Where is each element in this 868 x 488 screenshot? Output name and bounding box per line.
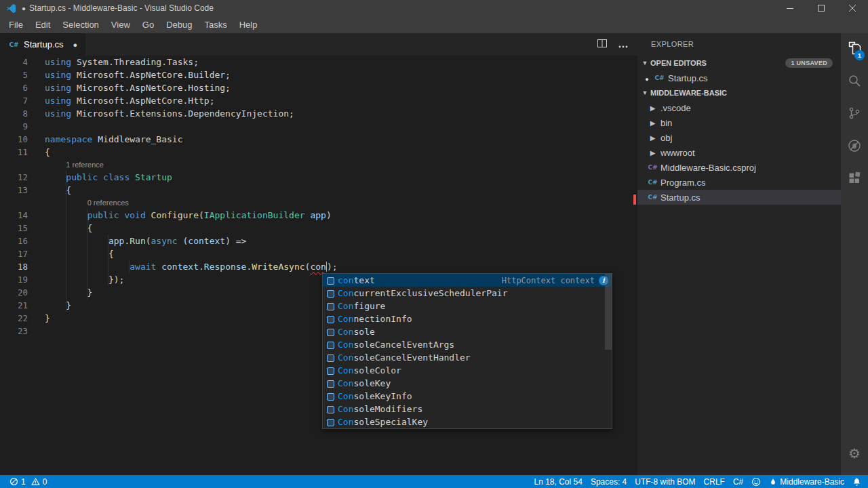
- status-language-mode-label: C#: [733, 477, 743, 487]
- maximize-button[interactable]: [806, 0, 837, 16]
- suggestion-consolespecialkey[interactable]: ConsoleSpecialKey: [323, 415, 612, 428]
- suggestion-console[interactable]: Console: [323, 325, 612, 338]
- menu-debug[interactable]: Debug: [160, 16, 198, 33]
- menu-edit[interactable]: Edit: [29, 16, 56, 33]
- suggestion-configure[interactable]: Configure: [323, 300, 612, 312]
- status-project-selector[interactable]: Middleware-Basic: [765, 475, 848, 488]
- code-text: {: [45, 184, 71, 197]
- tree-item-middleware-basic-csproj[interactable]: Middleware-Basic.csproj: [637, 160, 841, 175]
- status-feedback[interactable]: [747, 475, 765, 488]
- status-cursor-position-label: Ln 18, Col 54: [534, 477, 583, 487]
- code-line: 4using System.Threading.Tasks;: [0, 56, 637, 68]
- delegate-symbol-icon: [325, 352, 336, 363]
- split-editor-icon[interactable]: [597, 39, 608, 51]
- enum-symbol-icon: [325, 365, 336, 376]
- code-editor[interactable]: 4using System.Threading.Tasks;5using Mic…: [0, 56, 637, 475]
- code-line: 6using Microsoft.AspNetCore.Hosting;: [0, 81, 637, 94]
- menu-tasks[interactable]: Tasks: [198, 16, 233, 33]
- indent-guide: [108, 235, 108, 286]
- codelens-link[interactable]: 0 references: [87, 197, 129, 209]
- code-text: });: [45, 273, 124, 286]
- status-indentation[interactable]: Spaces: 4: [587, 475, 631, 488]
- project-folder-header[interactable]: MIDDLEWARE-BASIC: [637, 85, 841, 100]
- suggestion-context[interactable]: contextHttpContext context: [323, 274, 612, 287]
- activity-explorer[interactable]: 1: [841, 33, 868, 66]
- line-number: 9: [0, 120, 28, 133]
- tree-item--vscode[interactable]: .vscode: [637, 100, 841, 115]
- struct-symbol-icon: [325, 391, 336, 402]
- menu-file[interactable]: File: [3, 16, 29, 33]
- line-number: 7: [0, 94, 28, 107]
- status-notifications[interactable]: [848, 475, 865, 488]
- suggestion-match: Con: [338, 404, 353, 414]
- minimize-button[interactable]: [774, 0, 806, 16]
- file-tree: .vscodebinobjwwwrootMiddleware-Basic.csp…: [637, 100, 841, 205]
- problems-indicator[interactable]: 1 0: [5, 475, 51, 488]
- code-line: 5using Microsoft.AspNetCore.Builder;: [0, 68, 637, 81]
- suggestion-consolemodifiers[interactable]: ConsoleModifiers: [323, 403, 612, 415]
- vscode-logo-icon: [6, 3, 17, 14]
- open-editor-item[interactable]: Startup.cs: [637, 70, 841, 85]
- line-number: 15: [0, 222, 28, 235]
- suggestion-label: currentExclusiveSchedulerPair: [353, 288, 507, 298]
- suggestion-label: soleModifiers: [353, 404, 422, 414]
- code-text: app.Run(async (context) =>: [45, 235, 246, 247]
- project-folder-label: MIDDLEWARE-BASIC: [650, 89, 727, 97]
- tree-item-startup-cs[interactable]: Startup.cs: [637, 190, 841, 205]
- activity-debug[interactable]: [841, 131, 868, 163]
- suggestion-label: soleKey: [353, 378, 391, 388]
- status-language-mode[interactable]: C#: [729, 475, 747, 488]
- suggestion-consolecanceleventhandler[interactable]: ConsoleCancelEventHandler: [323, 351, 612, 364]
- tree-item-wwwroot[interactable]: wwwroot: [637, 145, 841, 160]
- more-actions-icon[interactable]: [618, 39, 628, 51]
- suggestion-match: Con: [338, 391, 353, 401]
- code-line: 17 {: [0, 247, 637, 260]
- smiley-icon: [751, 477, 761, 487]
- tree-item-obj[interactable]: obj: [637, 130, 841, 145]
- suggest-scrollbar[interactable]: [605, 274, 612, 350]
- cs-file-icon: [647, 179, 658, 186]
- suggestion-consolecanceleventargs[interactable]: ConsoleCancelEventArgs: [323, 338, 612, 351]
- class-symbol-icon: [325, 314, 336, 325]
- menu-help[interactable]: Help: [233, 16, 264, 33]
- activity-extensions[interactable]: [841, 163, 868, 196]
- code-text: await context.Response.WriteAsync(con);: [45, 260, 338, 273]
- status-encoding[interactable]: UTF-8 with BOM: [631, 475, 699, 488]
- unsaved-badge: 1 UNSAVED: [785, 58, 833, 68]
- tab-modified-dot-icon[interactable]: [68, 39, 78, 49]
- status-cursor-position[interactable]: Ln 18, Col 54: [530, 475, 587, 488]
- open-editors-header[interactable]: OPEN EDITORS 1 UNSAVED: [637, 56, 841, 70]
- suggestion-label: figure: [353, 301, 385, 311]
- suggestion-connectioninfo[interactable]: ConnectionInfo: [323, 312, 612, 325]
- codelens-link[interactable]: 1 reference: [66, 159, 104, 171]
- activity-settings[interactable]: ⚙: [841, 437, 868, 470]
- line-number: 5: [0, 68, 28, 81]
- menu-go[interactable]: Go: [136, 16, 160, 33]
- menu-selection[interactable]: Selection: [56, 16, 104, 33]
- tree-item-program-cs[interactable]: Program.cs: [637, 175, 841, 190]
- class-symbol-icon: [325, 340, 336, 350]
- csharp-file-icon: [8, 41, 20, 48]
- suggestion-consolecolor[interactable]: ConsoleColor: [323, 364, 612, 377]
- code-text: {: [45, 247, 114, 260]
- tab-startup-cs[interactable]: Startup.cs: [0, 33, 85, 56]
- close-button[interactable]: [837, 0, 868, 16]
- suggestion-consolekeyinfo[interactable]: ConsoleKeyInfo: [323, 390, 612, 403]
- line-number: 8: [0, 107, 28, 120]
- code-text: }: [45, 312, 50, 325]
- status-encoding-label: UTF-8 with BOM: [635, 477, 695, 487]
- suggestion-label: soleCancelEventArgs: [353, 340, 454, 350]
- code-line: 9: [0, 120, 637, 133]
- activity-source-control[interactable]: [841, 98, 868, 131]
- editor-region: Startup.cs 4using System.Threading.Tasks…: [0, 33, 637, 475]
- extensions-icon: [847, 171, 862, 188]
- tree-item-bin[interactable]: bin: [637, 115, 841, 130]
- status-eol[interactable]: CRLF: [700, 475, 729, 488]
- warning-count: 0: [43, 477, 47, 487]
- suggestion-consolekey[interactable]: ConsoleKey: [323, 377, 612, 390]
- suggestion-concurrentexclusiveschedulerpair[interactable]: ConcurrentExclusiveSchedulerPair: [323, 287, 612, 300]
- activity-search[interactable]: [841, 66, 868, 98]
- suggestion-match: con: [338, 275, 353, 285]
- menu-view[interactable]: View: [105, 16, 136, 33]
- suggestion-label: soleKeyInfo: [353, 391, 412, 401]
